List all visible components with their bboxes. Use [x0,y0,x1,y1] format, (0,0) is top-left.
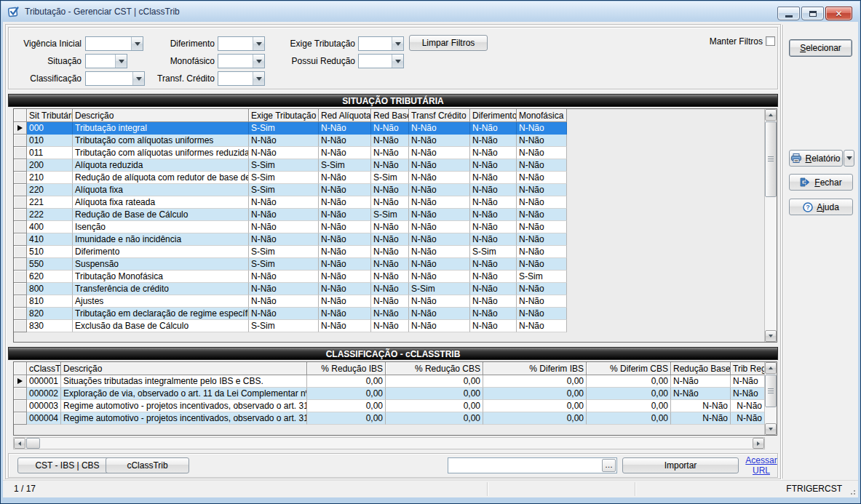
close-button[interactable]: ✕ [825,7,852,20]
table-row[interactable]: 000 Tributação integral S-Sim N-Não N-Nã… [14,122,60,135]
table-row[interactable]: 200 Alíquota reduzida S-Sim S-Sim N-Não … [14,159,66,172]
table-row[interactable]: 221 Alíquota fixa rateada N-Não N-Não N-… [14,196,60,209]
table-row[interactable]: 410 Imunidade e não incidência N-Não N-N… [14,233,567,246]
table-row[interactable]: 820 Tributação em declaração de regime e… [14,308,567,320]
table-row[interactable]: 000002 Exploração de via, observado o ar… [14,388,260,400]
column-header[interactable]: % Diferim CBS [587,362,671,375]
manter-filtros-checkbox[interactable] [766,36,775,46]
minimize-button[interactable] [777,7,800,20]
column-header[interactable]: Transf Crédito [409,109,470,122]
browse-ellipsis-button[interactable]: … [602,459,616,472]
table-row[interactable]: 220 Alíquota fixa S-Sim N-Não N-Não N-Nã… [14,184,75,196]
table-row[interactable]: 010 Tributação com alíquotas uniformes N… [14,135,190,147]
table-row[interactable]: 210 Redução de alíquota com redutor de b… [14,172,52,184]
column-header[interactable]: % Redução CBS [386,362,483,375]
table-row[interactable]: 000004 Regime automotivo - projetos ince… [14,412,111,425]
relatorio-button[interactable]: Relatório [789,150,843,167]
table-row[interactable]: 000003 Regime automotivo - projetos ince… [14,400,92,412]
cell-red-aliquota: N-Não [319,147,371,159]
table-row[interactable]: 620 Tributação Monofásica N-Não N-Não N-… [14,271,567,283]
situacao-label: Situação [9,54,82,68]
cell-red-aliquota: N-Não [319,283,371,295]
scrollbar-thumb[interactable] [765,121,777,197]
chevron-down-icon[interactable] [253,37,264,50]
cclasstrib-button[interactable]: cClassTrib [106,457,189,473]
acessar-url-link[interactable]: Acessar URL [744,455,779,476]
table-row[interactable]: 830 Exclusão da Base de Cálculo S-Sim N-… [14,320,567,332]
scroll-left-button[interactable] [14,438,25,449]
importar-button[interactable]: Importar [622,457,739,473]
scroll-up-button[interactable] [765,109,777,121]
vigencia-inicial-combobox[interactable] [85,36,143,51]
chevron-down-icon[interactable] [392,37,403,50]
table-row[interactable]: 011 Tributação com alíquotas uniformes r… [14,147,84,159]
cell-exige-tributacao: N-Não [249,196,319,209]
column-header[interactable]: Descrição [61,362,307,375]
fechar-button[interactable]: Fechar [789,174,853,191]
relatorio-dropdown-button[interactable] [844,150,854,167]
scrollbar-thumb[interactable] [765,375,777,407]
chevron-down-icon[interactable] [392,55,403,68]
grid2-vertical-scrollbar[interactable] [764,362,777,435]
fechar-label: Fechar [814,177,841,188]
scroll-down-button[interactable] [765,423,777,435]
cell-monofasica: N-Não [517,184,567,196]
possui-reducao-combobox[interactable] [358,54,404,68]
column-header[interactable]: Red Alíquota [319,109,371,122]
grid1-vertical-scrollbar[interactable] [764,109,777,342]
chevron-down-icon[interactable] [115,55,127,68]
column-header[interactable]: Descrição [73,109,249,122]
table-row[interactable]: 000001 Situações tributadas integralment… [14,375,48,388]
cell-red-aliquota: N-Não [319,320,371,332]
cell-transf-credito: N-Não [409,233,470,246]
exige-tributacao-combobox[interactable] [358,36,404,51]
diferimento-combobox[interactable] [218,36,265,51]
column-header[interactable]: % Diferim IBS [483,362,587,375]
table-row[interactable]: 800 Transferência de crédito N-Não N-Não… [14,283,567,295]
diferimento-label: Diferimento [136,36,215,51]
ajuda-button[interactable]: ? Ajuda [789,199,853,215]
column-header[interactable]: cClassTrib [27,362,61,375]
maximize-button[interactable] [801,7,824,20]
limpar-filtros-button[interactable]: Limpar Filtros [409,35,488,51]
column-header[interactable]: Exige Tributação [249,109,319,122]
url-input[interactable] [448,460,602,471]
table-row[interactable]: 810 Ajustes N-Não N-Não N-Não N-Não N-Nã… [14,295,567,308]
exige-tributacao-value [359,37,392,50]
chevron-down-icon[interactable] [253,55,264,68]
resize-grip[interactable] [849,488,856,495]
scroll-right-button[interactable] [753,438,764,449]
column-header[interactable]: Red Base [371,109,409,122]
cell-monofasica: N-Não [517,172,567,184]
cell-monofasica: N-Não [517,246,567,258]
cell-transf-credito: N-Não [409,258,470,271]
transf-credito-combobox[interactable] [218,71,265,86]
column-header[interactable]: Monofásica [517,109,567,122]
scroll-up-button[interactable] [765,362,777,374]
cst-ibs-cbs-button[interactable]: CST - IBS | CBS [17,457,117,473]
table-row[interactable]: 400 Isenção N-Não N-Não N-Não N-Não N-Nã… [14,221,567,233]
situacao-tributaria-grid: Sit TributáriaDescriçãoExige TributaçãoR… [13,108,777,343]
cell-transf-credito: N-Não [409,209,470,221]
column-header[interactable]: % Redução IBS [307,362,386,375]
column-header[interactable]: Trib Regu [731,362,765,375]
column-header[interactable]: Redução Base [671,362,731,375]
table-row[interactable]: 510 Diferimento S-Sim N-Não N-Não N-Não … [14,246,567,258]
transf-credito-value [218,72,253,85]
table-row[interactable]: 222 Redução de Base de Cálculo N-Não N-N… [14,209,64,221]
cell-diferimento: N-Não [470,283,517,295]
grid2-horizontal-scrollbar[interactable] [13,437,765,449]
selecionar-button[interactable]: Selecionar [789,39,852,57]
cell-sit-tributaria: 830 [27,320,73,332]
cell-exige-tributacao: N-Não [249,135,319,147]
cell-red-base: N-Não [371,283,409,295]
column-header[interactable]: Sit Tributária [27,109,73,122]
scroll-down-button[interactable] [765,330,777,342]
monofasico-combobox[interactable] [218,54,265,68]
cell-sit-tributaria: 800 [27,283,73,295]
scrollbar-thumb[interactable] [26,438,40,449]
table-row[interactable]: 550 Suspensão S-Sim N-Não N-Não N-Não N-… [14,258,567,271]
chevron-down-icon[interactable] [253,72,264,85]
situacao-combobox[interactable] [85,54,127,68]
column-header[interactable]: Diferimento [470,109,517,122]
